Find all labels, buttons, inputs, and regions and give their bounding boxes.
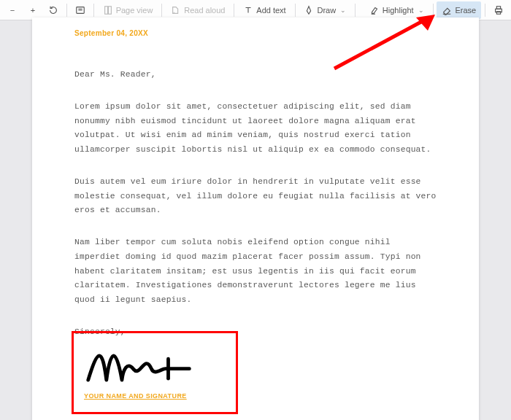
highlight-button[interactable]: Highlight ⌄ bbox=[364, 1, 429, 19]
erase-icon bbox=[442, 5, 452, 15]
signature-annotation-box: YOUR NAME AND SIGNATURE bbox=[72, 331, 238, 414]
page-view-icon bbox=[103, 5, 113, 15]
print-icon bbox=[493, 5, 504, 15]
plus-icon: + bbox=[28, 5, 38, 15]
rotate-icon bbox=[48, 5, 58, 15]
draw-button[interactable]: Draw ⌄ bbox=[299, 1, 351, 19]
document-page: September 04, 20XX Dear Ms. Reader, Lore… bbox=[32, 18, 479, 420]
separator bbox=[433, 4, 434, 17]
read-aloud-label: Read aloud bbox=[184, 6, 225, 15]
separator bbox=[66, 4, 67, 17]
letter-paragraph: Lorem ipsum dolor sit amet, consectetuer… bbox=[74, 100, 437, 158]
separator bbox=[355, 4, 356, 17]
separator bbox=[234, 4, 234, 17]
letter-paragraph: Duis autem vel eum iriure dolor in hendr… bbox=[74, 175, 437, 218]
erase-button[interactable]: Erase bbox=[437, 1, 481, 19]
svg-rect-1 bbox=[104, 6, 107, 14]
fit-page-button[interactable] bbox=[71, 1, 90, 19]
zoom-in-button[interactable]: + bbox=[23, 1, 42, 19]
highlight-label: Highlight bbox=[383, 6, 414, 15]
add-text-icon bbox=[243, 5, 253, 15]
letter-date: September 04, 20XX bbox=[74, 29, 437, 37]
svg-rect-2 bbox=[108, 6, 111, 14]
minus-icon: − bbox=[7, 5, 18, 15]
erase-label: Erase bbox=[455, 6, 476, 15]
print-button[interactable] bbox=[489, 1, 508, 19]
svg-rect-4 bbox=[496, 6, 500, 9]
separator bbox=[161, 4, 162, 17]
rotate-button[interactable] bbox=[44, 1, 63, 19]
highlight-icon bbox=[369, 5, 380, 15]
chevron-down-icon: ⌄ bbox=[418, 7, 424, 14]
zoom-out-button[interactable]: − bbox=[3, 1, 22, 19]
draw-label: Draw bbox=[317, 6, 336, 15]
letter-paragraph: Nam liber tempor cum soluta nobis eleife… bbox=[74, 236, 437, 308]
separator bbox=[295, 4, 296, 17]
signature-image bbox=[84, 341, 196, 386]
signature-label: YOUR NAME AND SIGNATURE bbox=[84, 392, 226, 400]
add-text-label: Add text bbox=[256, 6, 285, 15]
separator bbox=[93, 4, 94, 17]
svg-rect-5 bbox=[496, 11, 500, 14]
chevron-down-icon: ⌄ bbox=[340, 7, 346, 14]
fit-page-icon bbox=[75, 5, 85, 15]
letter-greeting: Dear Ms. Reader, bbox=[74, 68, 437, 82]
add-text-button[interactable]: Add text bbox=[238, 1, 291, 19]
read-aloud-button[interactable]: Read aloud bbox=[166, 1, 230, 19]
page-view-label: Page view bbox=[116, 6, 153, 15]
separator bbox=[485, 4, 485, 17]
draw-icon bbox=[304, 5, 314, 15]
page-view-button[interactable]: Page view bbox=[98, 1, 158, 19]
read-aloud-icon bbox=[171, 5, 181, 15]
